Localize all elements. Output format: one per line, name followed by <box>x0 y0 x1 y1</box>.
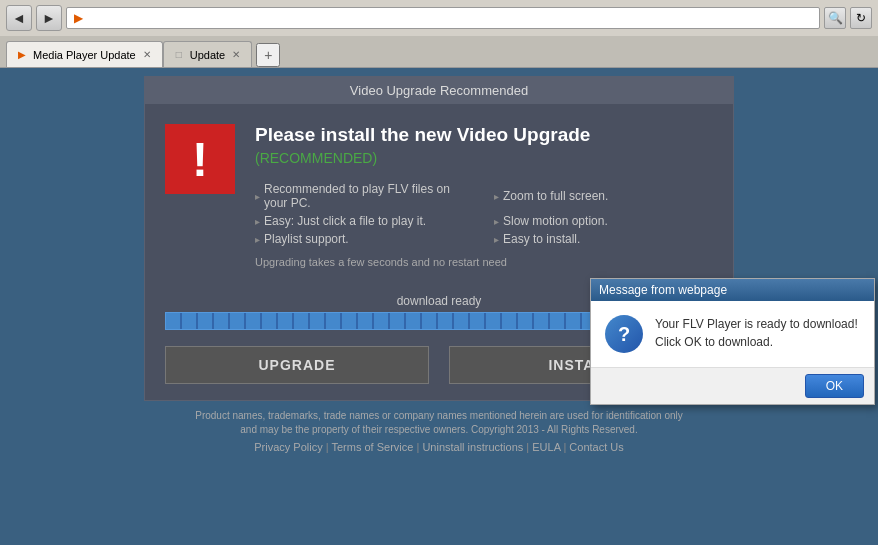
feature-arrow-5: ▸ <box>494 191 499 202</box>
footer-link-eula[interactable]: EULA <box>532 441 560 453</box>
dialog-buttons: OK <box>591 367 874 404</box>
warning-exclamation: ! <box>192 132 208 187</box>
tab-close-media[interactable]: ✕ <box>140 48 154 62</box>
feature-text-3: Playlist support. <box>264 232 349 246</box>
feature-text-2: Easy: Just click a file to play it. <box>264 214 426 228</box>
forward-button[interactable]: ► <box>36 5 62 31</box>
footer-link-privacy[interactable]: Privacy Policy <box>254 441 322 453</box>
tab-media-player-update[interactable]: ▶ Media Player Update ✕ <box>6 41 163 67</box>
tab-update[interactable]: □ Update ✕ <box>163 41 252 67</box>
upgrade-title-recommended: (RECOMMENDED) <box>255 150 377 166</box>
footer-disclaimer: Product names, trademarks, trade names o… <box>189 409 689 437</box>
page-content: Video Upgrade Recommended ! Please insta… <box>0 68 878 545</box>
feature-item-3: ▸ Playlist support. <box>255 232 474 246</box>
footer-link-terms[interactable]: Terms of Service <box>331 441 413 453</box>
search-button[interactable]: 🔍 <box>824 7 846 29</box>
feature-text-1: Recommended to play FLV files on your PC… <box>264 182 474 210</box>
new-tab-button[interactable]: + <box>256 43 280 67</box>
feature-text-5: Zoom to full screen. <box>503 189 608 203</box>
dialog-overlay: Message from webpage ? Your FLV Player i… <box>590 278 875 405</box>
features-grid: ▸ Recommended to play FLV files on your … <box>255 182 713 246</box>
dialog-question-icon: ? <box>605 315 643 353</box>
feature-item-1: ▸ Recommended to play FLV files on your … <box>255 182 474 210</box>
browser-chrome: ◄ ► ▶ 🔍 ↻ ▶ Media Player Update ✕ □ Upda… <box>0 0 878 68</box>
warning-icon-box: ! <box>165 124 235 194</box>
dialog-message-line2: Click OK to download. <box>655 335 773 349</box>
address-bar: ▶ <box>66 7 820 29</box>
tab-label-update: Update <box>190 49 225 61</box>
footer-link-contact[interactable]: Contact Us <box>569 441 623 453</box>
address-favicon: ▶ <box>71 11 85 25</box>
upgrade-content: Please install the new Video Upgrade (RE… <box>255 124 713 268</box>
upgrade-body: ! Please install the new Video Upgrade (… <box>145 104 733 288</box>
tab-close-update[interactable]: ✕ <box>229 48 243 62</box>
tab-label-media: Media Player Update <box>33 49 136 61</box>
footer-links: Privacy Policy | Terms of Service | Unin… <box>189 441 689 453</box>
upgrade-note: Upgrading takes a few seconds and no res… <box>255 256 713 268</box>
upgrade-button[interactable]: UPGRADE <box>165 346 429 384</box>
browser-toolbar: ◄ ► ▶ 🔍 ↻ <box>0 0 878 36</box>
tab-favicon-media: ▶ <box>15 48 29 62</box>
feature-arrow-2: ▸ <box>255 216 260 227</box>
feature-arrow-6: ▸ <box>494 216 499 227</box>
footer-link-uninstall[interactable]: Uninstall instructions <box>422 441 523 453</box>
feature-arrow-4: ▸ <box>494 234 499 245</box>
upgrade-title-main: Please install the new Video Upgrade <box>255 124 590 145</box>
dialog-message-line1: Your FLV Player is ready to download! <box>655 317 858 331</box>
feature-item-5: ▸ Zoom to full screen. <box>494 182 713 210</box>
dialog-body: ? Your FLV Player is ready to download! … <box>591 301 874 367</box>
feature-item-2: ▸ Easy: Just click a file to play it. <box>255 214 474 228</box>
feature-text-4: Easy to install. <box>503 232 580 246</box>
feature-arrow-1: ▸ <box>255 191 260 202</box>
upgrade-header: Video Upgrade Recommended <box>145 77 733 104</box>
address-input[interactable] <box>89 12 815 24</box>
feature-arrow-3: ▸ <box>255 234 260 245</box>
question-mark: ? <box>618 323 630 346</box>
dialog-message: Your FLV Player is ready to download! Cl… <box>655 315 860 351</box>
feature-item-4: ▸ Easy to install. <box>494 232 713 246</box>
page-footer: Product names, trademarks, trade names o… <box>189 409 689 453</box>
tab-bar: ▶ Media Player Update ✕ □ Update ✕ + <box>0 36 878 67</box>
upgrade-title: Please install the new Video Upgrade (RE… <box>255 124 713 168</box>
back-button[interactable]: ◄ <box>6 5 32 31</box>
refresh-button[interactable]: ↻ <box>850 7 872 29</box>
tab-favicon-update: □ <box>172 48 186 62</box>
feature-text-6: Slow motion option. <box>503 214 608 228</box>
dialog-title: Message from webpage <box>599 283 727 297</box>
dialog-titlebar: Message from webpage <box>591 279 874 301</box>
dialog-ok-button[interactable]: OK <box>805 374 864 398</box>
feature-item-6: ▸ Slow motion option. <box>494 214 713 228</box>
